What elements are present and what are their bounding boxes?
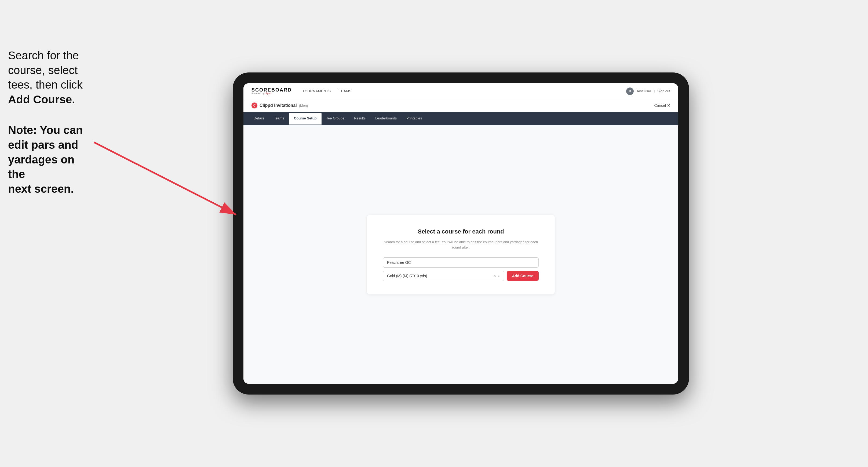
- tab-tee-groups[interactable]: Tee Groups: [321, 112, 349, 125]
- tablet-screen: SCOREBOARD Powered by clippd TOURNAMENTS…: [243, 83, 678, 384]
- tee-chevron-icon[interactable]: ⌄: [497, 274, 500, 278]
- svg-line-1: [94, 142, 236, 215]
- annotation-note3: yardages on the: [8, 153, 74, 181]
- main-content: Select a course for each round Search fo…: [243, 125, 678, 384]
- annotation-bold: Add Course.: [8, 93, 75, 106]
- logo-sub: Powered by clippd: [251, 92, 292, 95]
- annotation-note4: next screen.: [8, 183, 74, 195]
- tee-controls: ✕ ⌄: [493, 274, 500, 278]
- nav-teams[interactable]: TEAMS: [339, 89, 351, 93]
- annotation-text: Search for the course, select tees, then…: [8, 48, 83, 196]
- course-search-input[interactable]: [383, 257, 539, 268]
- nav-tournaments[interactable]: TOURNAMENTS: [303, 89, 331, 93]
- card-title: Select a course for each round: [383, 228, 539, 235]
- tab-printables[interactable]: Printables: [402, 112, 427, 125]
- annotation-line3: tees, then click: [8, 79, 83, 91]
- tournament-icon: C: [251, 102, 257, 108]
- tab-details[interactable]: Details: [249, 112, 269, 125]
- annotation-note1: Note: You can: [8, 124, 83, 136]
- tournament-header: C Clippd Invitational (Men) Cancel✕: [243, 99, 678, 112]
- tab-teams[interactable]: Teams: [269, 112, 289, 125]
- tournament-sub: (Men): [299, 103, 308, 107]
- annotation-note2: edit pars and: [8, 138, 78, 151]
- user-label: Test User: [637, 89, 651, 93]
- add-course-button[interactable]: Add Course: [507, 271, 539, 281]
- tab-results[interactable]: Results: [349, 112, 370, 125]
- tablet-device: SCOREBOARD Powered by clippd TOURNAMENTS…: [233, 72, 689, 395]
- tee-select-row: Gold (M) (M) (7010 yds) ✕ ⌄ Add Course: [383, 271, 539, 281]
- tab-leaderboards[interactable]: Leaderboards: [370, 112, 402, 125]
- annotation-line1: Search for the: [8, 49, 79, 62]
- logo-title: SCOREBOARD: [251, 88, 292, 92]
- pipe-separator: |: [654, 89, 655, 93]
- course-card: Select a course for each round Search fo…: [367, 215, 555, 294]
- nav-right: B Test User | Sign out: [626, 88, 670, 95]
- tee-select-value: Gold (M) (M) (7010 yds): [387, 274, 427, 278]
- top-navbar: SCOREBOARD Powered by clippd TOURNAMENTS…: [243, 83, 678, 99]
- cancel-button[interactable]: Cancel✕: [654, 103, 670, 107]
- tab-course-setup[interactable]: Course Setup: [289, 113, 321, 125]
- tee-clear-icon[interactable]: ✕: [493, 274, 496, 278]
- tournament-name: Clippd Invitational: [259, 103, 297, 108]
- nav-left: SCOREBOARD Powered by clippd TOURNAMENTS…: [251, 88, 351, 95]
- nav-links: TOURNAMENTS TEAMS: [303, 89, 351, 93]
- annotation-line2: course, select: [8, 64, 78, 76]
- user-avatar: B: [626, 88, 634, 95]
- card-description: Search for a course and select a tee. Yo…: [383, 240, 539, 250]
- sign-out-link[interactable]: Sign out: [657, 89, 670, 93]
- tee-select-dropdown[interactable]: Gold (M) (M) (7010 yds) ✕ ⌄: [383, 271, 504, 281]
- tab-bar: Details Teams Course Setup Tee Groups Re…: [243, 112, 678, 125]
- logo: SCOREBOARD Powered by clippd: [251, 88, 292, 95]
- tournament-title: C Clippd Invitational (Men): [251, 102, 308, 108]
